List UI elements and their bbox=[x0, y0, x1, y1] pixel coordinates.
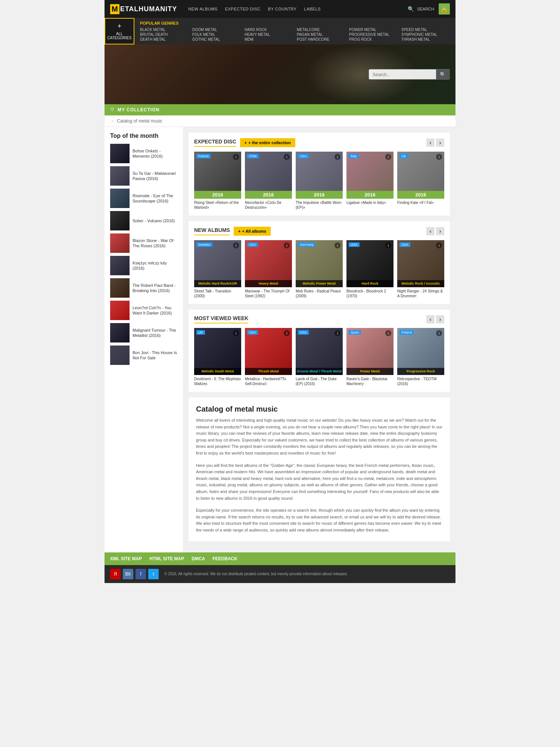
info-button[interactable]: i bbox=[233, 330, 239, 336]
genre-metalcore[interactable]: METALCORE bbox=[297, 28, 345, 32]
genre-prog-rock[interactable]: PROG ROCK bbox=[349, 37, 398, 41]
info-button[interactable]: i bbox=[436, 242, 442, 248]
expected-disc-section: EXPECTED DISC + + the entire collection … bbox=[189, 133, 450, 216]
genre-mdm[interactable]: MDM bbox=[245, 37, 293, 41]
album-card[interactable]: USA i Thrash Metal Metallica - Hardwired… bbox=[245, 328, 292, 386]
album-info: Su Ta Gar - Maitasunari Pasioa (2016) bbox=[133, 171, 177, 182]
list-item[interactable]: Riverside - Eye of The Soundscape (2016) bbox=[110, 189, 177, 208]
genre-progressive-metal[interactable]: PROGRESSIVE METAL bbox=[349, 32, 398, 37]
section-header: NEW ALBUMS + + All albums ‹ › bbox=[194, 227, 444, 236]
prev-arrow[interactable]: ‹ bbox=[426, 315, 435, 323]
my-collection-bar[interactable]: ♡ MY COLLECTION bbox=[105, 104, 455, 115]
album-card[interactable]: Spain i Power Metal Raven's Gate - Black… bbox=[346, 328, 393, 386]
footer-dmca[interactable]: DMCA bbox=[192, 556, 205, 561]
info-button[interactable]: i bbox=[233, 154, 239, 160]
genre-gothic-metal[interactable]: GOTHIC METAL bbox=[192, 37, 241, 41]
genre-black-metal[interactable]: BLACK METAL bbox=[140, 28, 189, 32]
list-item[interactable]: Sober - Vulcano (2016) bbox=[110, 211, 177, 230]
info-button[interactable]: i bbox=[335, 154, 340, 160]
entire-collection-button[interactable]: + + the entire collection bbox=[240, 138, 295, 147]
info-button[interactable]: i bbox=[335, 330, 340, 336]
footer-feedback[interactable]: FEEDBACK bbox=[212, 556, 237, 561]
info-button[interactable]: i bbox=[436, 330, 442, 336]
album-card[interactable]: USA i 2016 The Impulsive «Battle Worn (E… bbox=[296, 152, 343, 210]
genre-bar: Hard Rock bbox=[346, 280, 393, 287]
album-card[interactable]: UK i Melodic Death Metal Devilment - II:… bbox=[194, 328, 241, 386]
popular-genres-panel: POPULAR GENRES BLACK METAL DOOM METAL HA… bbox=[134, 18, 455, 44]
twitter-icon[interactable]: t bbox=[148, 569, 159, 579]
album-card[interactable]: Chile i 2016 Necrofactor «Ciclo De Destr… bbox=[245, 152, 292, 210]
all-categories-button[interactable]: + ALL CATEGORIES bbox=[105, 18, 134, 44]
album-card[interactable]: UK i 2016 Finding Kate «If I Fal» bbox=[397, 152, 444, 210]
list-item[interactable]: Malignant Tumour - The Metallist (2016) bbox=[110, 323, 177, 342]
info-button[interactable]: i bbox=[385, 154, 391, 160]
genre-pagan-metal[interactable]: PAGAN METAL bbox=[297, 32, 345, 37]
info-button[interactable]: i bbox=[284, 330, 290, 336]
album-card[interactable]: Germany i Melodic Power Metal Mob Rules … bbox=[296, 240, 343, 298]
lock-icon[interactable]: 🔒 bbox=[439, 3, 450, 15]
list-item[interactable]: Blazon Stone - War Of The Roses (2016) bbox=[110, 233, 177, 253]
info-button[interactable]: i bbox=[233, 242, 239, 248]
list-item[interactable]: Księżyc milczy luty (2016) bbox=[110, 256, 177, 275]
genre-post-hardcore[interactable]: POST HARDCORE bbox=[297, 37, 345, 41]
genre-bar: Progressive Rock bbox=[397, 368, 444, 375]
all-albums-button[interactable]: + + All albums bbox=[234, 227, 271, 236]
footer-html-sitemap[interactable]: HTML SITE MAP bbox=[149, 556, 184, 561]
next-arrow[interactable]: › bbox=[436, 315, 444, 323]
expected-disc-title: EXPECTED DISC bbox=[194, 139, 236, 147]
album-card[interactable]: Sweden i Melodic Hard Rock/AOR Street Ta… bbox=[194, 240, 241, 298]
genre-power-metal[interactable]: POWER METAL bbox=[349, 28, 398, 32]
info-button[interactable]: i bbox=[385, 242, 391, 248]
year-bar: 2016 bbox=[296, 191, 343, 199]
prev-arrow[interactable]: ‹ bbox=[426, 139, 435, 147]
new-albums-section: NEW ALBUMS + + All albums ‹ › Sweden i M bbox=[189, 221, 450, 304]
genre-heavy-metal[interactable]: HEAVY METAL bbox=[245, 32, 293, 37]
country-badge: USA bbox=[349, 242, 360, 247]
footer-bottom: Я ВК f t © 2016, All rights reserved. We… bbox=[105, 565, 455, 583]
nav-by-country[interactable]: BY COUNTRY bbox=[268, 7, 297, 11]
list-item[interactable]: Bon Jovi - This House Is Not For Sale bbox=[110, 345, 177, 365]
album-card[interactable]: France i 2016 Rising Steel «Return of th… bbox=[194, 152, 241, 210]
yandex-icon[interactable]: Я bbox=[110, 569, 121, 579]
nav-labels[interactable]: LABELS bbox=[304, 7, 321, 11]
list-item[interactable]: The Robert Paul Band - Breaking Into (20… bbox=[110, 278, 177, 298]
info-button[interactable]: i bbox=[385, 330, 391, 336]
next-arrow[interactable]: › bbox=[436, 227, 444, 235]
info-button[interactable]: i bbox=[284, 154, 290, 160]
album-card[interactable]: USA i Heavy Metal Manowar - The Triumph … bbox=[245, 240, 292, 298]
facebook-icon[interactable]: f bbox=[136, 569, 146, 579]
prev-arrow[interactable]: ‹ bbox=[426, 227, 435, 235]
plus-icon: + bbox=[118, 22, 122, 30]
album-card[interactable]: Italy i 2016 Ligabue «Made in Italy» bbox=[346, 152, 393, 210]
album-card[interactable]: USA i Hard Rock Bloodrock - Bloodrock 2 … bbox=[346, 240, 393, 298]
footer-xml-sitemap[interactable]: XML SITE MAP bbox=[110, 556, 142, 561]
vk-icon[interactable]: ВК bbox=[123, 569, 133, 579]
info-button[interactable]: i bbox=[284, 242, 290, 248]
album-card[interactable]: USA i Groove Metal / Thrash Metal Lamb o… bbox=[296, 328, 343, 386]
genre-speed-metal[interactable]: SPEED METAL bbox=[401, 28, 450, 32]
country-badge: Germany bbox=[298, 242, 315, 247]
next-arrow[interactable]: › bbox=[436, 139, 444, 147]
new-albums-grid: Sweden i Melodic Hard Rock/AOR Street Ta… bbox=[194, 240, 444, 298]
genre-thrash-metal[interactable]: THRASH METAL bbox=[401, 37, 450, 41]
list-item[interactable]: Leon?rd Coh?n - You Want It Darker (2016… bbox=[110, 301, 177, 320]
search-input[interactable] bbox=[369, 69, 436, 79]
logo[interactable]: M ETALHUMANITY bbox=[110, 4, 177, 14]
genre-brutal-death[interactable]: BRUTAL DEATH bbox=[140, 32, 189, 37]
album-card[interactable]: USA i Melodic Rock / Acoustic Night Rang… bbox=[397, 240, 444, 298]
list-item[interactable]: Bohse Onkelz - Memento (2016) bbox=[110, 144, 177, 163]
nav-expected-disc[interactable]: EXPECTED DISC bbox=[225, 7, 261, 11]
genre-hard-rock[interactable]: HARD ROCK bbox=[245, 28, 293, 32]
album-card[interactable]: Poland i Progressive Rock Retrospective … bbox=[397, 328, 444, 386]
info-button[interactable]: i bbox=[335, 242, 340, 248]
nav-new-albums[interactable]: NEW ALBUMS bbox=[188, 7, 217, 11]
genre-death-metal[interactable]: DEATH METAL bbox=[140, 37, 189, 41]
search-button[interactable]: 🔍 bbox=[436, 69, 450, 80]
genre-folk-metal[interactable]: FOLK METAL bbox=[192, 32, 241, 37]
list-item[interactable]: Su Ta Gar - Maitasunari Pasioa (2016) bbox=[110, 166, 177, 186]
genre-symphonic-metal[interactable]: SYMPHONIC METAL bbox=[401, 32, 450, 37]
genre-doom-metal[interactable]: DOOM METAL bbox=[192, 28, 241, 32]
year-bar: 2016 bbox=[397, 191, 444, 199]
info-button[interactable]: i bbox=[436, 154, 442, 160]
footer-nav: XML SITE MAP HTML SITE MAP DMCA FEEDBACK bbox=[105, 552, 455, 565]
